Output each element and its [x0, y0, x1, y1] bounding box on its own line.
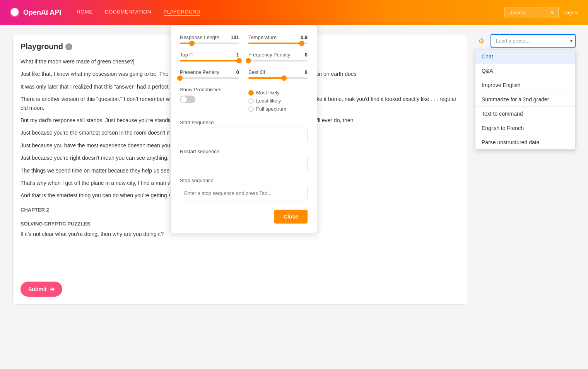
frequency-penalty-thumb[interactable] [246, 58, 251, 63]
temperature-value: 0.9 [301, 34, 308, 40]
temperature-track [248, 43, 308, 44]
response-length-thumb[interactable] [189, 41, 195, 46]
prob-most-likely[interactable]: Most likely [248, 90, 308, 96]
best-of-value: 6 [305, 69, 308, 75]
settings-row-4: Show Probabilities Most likely Least lik… [180, 87, 308, 112]
gear-icon[interactable]: ⚙ [475, 35, 487, 47]
frequency-penalty-value: 0 [305, 52, 308, 58]
presence-penalty-col: Presence Penalty 0 [180, 69, 239, 79]
presence-penalty-value: 0 [236, 69, 239, 75]
restart-sequence-section: Restart sequence [180, 149, 308, 171]
prob-full-spectrum-radio [248, 106, 254, 112]
nav-documentation[interactable]: DOCUMENTATION [105, 9, 151, 16]
presence-penalty-thumb[interactable] [177, 75, 183, 81]
header-right: davinci ▾ Logout [504, 7, 579, 18]
model-select[interactable]: davinci ▾ [504, 7, 559, 18]
settings-panel: Response Length 101 Temperature 0.9 [170, 25, 317, 233]
prob-least-likely-radio [248, 98, 254, 104]
preset-select-container: Load a preset... ▾ [491, 34, 576, 48]
stop-sequence-input[interactable] [180, 186, 308, 200]
top-p-thumb[interactable] [236, 58, 242, 63]
preset-area: ⚙ Load a preset... ▾ [475, 34, 576, 48]
prob-least-likely[interactable]: Least likely [248, 98, 308, 104]
logo: OpenAI API [9, 7, 61, 18]
show-probabilities-toggle[interactable] [180, 96, 195, 103]
settings-row-1: Response Length 101 Temperature 0.9 [180, 34, 308, 44]
submit-button[interactable]: Submit ➜ [21, 282, 62, 297]
nav-playground[interactable]: PLAYGROUND [164, 9, 200, 16]
restart-sequence-label: Restart sequence [180, 149, 308, 154]
temperature-thumb[interactable] [299, 41, 304, 46]
preset-item-improve-english[interactable]: Improve English [475, 78, 575, 92]
presence-penalty-track [180, 77, 239, 79]
temperature-col: Temperature 0.9 [248, 34, 308, 44]
response-length-label: Response Length 101 [180, 34, 239, 40]
show-probabilities-label: Show Probabilities [180, 87, 239, 92]
preset-item-chat[interactable]: Chat [475, 50, 575, 64]
temperature-label: Temperature 0.9 [248, 34, 308, 40]
frequency-penalty-track [248, 60, 308, 62]
presence-penalty-label: Presence Penalty 0 [180, 69, 239, 75]
frequency-penalty-label: Frequency Penalty 0 [248, 52, 308, 58]
best-of-thumb[interactable] [281, 75, 287, 81]
settings-row-3: Presence Penalty 0 Best Of 6 [180, 69, 308, 79]
best-of-fill [248, 77, 284, 79]
top-p-label: Top P 1 [180, 52, 239, 58]
prob-options-col: Most likely Least likely Full spectrum [248, 87, 308, 112]
top-p-fill [180, 60, 239, 62]
probability-options: Most likely Least likely Full spectrum [248, 90, 308, 112]
best-of-col: Best Of 6 [248, 69, 308, 79]
preset-item-summarize[interactable]: Summarize for a 2nd grader [475, 92, 575, 107]
temperature-fill [248, 43, 302, 44]
top-p-col: Top P 1 [180, 52, 239, 62]
close-button[interactable]: Close [274, 210, 308, 224]
preset-item-parse-data[interactable]: Parse unstructured data [475, 135, 575, 149]
start-sequence-section: Start sequence [180, 120, 308, 142]
info-icon[interactable]: i [65, 43, 72, 50]
response-length-track [180, 43, 239, 44]
logout-button[interactable]: Logout [563, 10, 579, 15]
main-nav: HOME DOCUMENTATION PLAYGROUND [77, 9, 504, 16]
best-of-track [248, 77, 308, 79]
page-title: Playground [21, 42, 63, 51]
start-sequence-input[interactable] [180, 128, 308, 142]
response-length-value: 101 [231, 34, 239, 40]
right-panel: ⚙ Load a preset... ▾ Chat Q&A Improve En… [475, 34, 576, 305]
settings-row-2: Top P 1 Frequency Penalty 0 [180, 52, 308, 62]
prob-full-spectrum[interactable]: Full spectrum [248, 106, 308, 112]
restart-sequence-input[interactable] [180, 157, 308, 171]
openai-logo-icon [9, 7, 20, 18]
top-p-track [180, 60, 239, 62]
preset-select[interactable]: Load a preset... [491, 34, 576, 48]
preset-item-text-to-command[interactable]: Text to command [475, 107, 575, 121]
toggle-knob [181, 96, 187, 102]
response-length-col: Response Length 101 [180, 34, 239, 44]
top-p-value: 1 [236, 52, 239, 58]
best-of-label: Best Of 6 [248, 69, 308, 75]
prob-most-likely-radio [248, 90, 254, 96]
start-sequence-label: Start sequence [180, 120, 308, 125]
stop-sequence-label: Stop sequence [180, 178, 308, 183]
arrow-icon: ➜ [50, 285, 55, 293]
show-probabilities-col: Show Probabilities [180, 87, 239, 112]
preset-item-english-to-french[interactable]: English to French [475, 121, 575, 135]
preset-item-qa[interactable]: Q&A [475, 64, 575, 78]
preset-dropdown: Chat Q&A Improve English Summarize for a… [475, 49, 576, 150]
frequency-penalty-col: Frequency Penalty 0 [248, 52, 308, 62]
stop-sequence-section: Stop sequence [180, 178, 308, 200]
main-content: Playground i What if the moon were made … [0, 25, 588, 314]
header: OpenAI API HOME DOCUMENTATION PLAYGROUND… [0, 0, 588, 25]
nav-home[interactable]: HOME [77, 9, 92, 16]
